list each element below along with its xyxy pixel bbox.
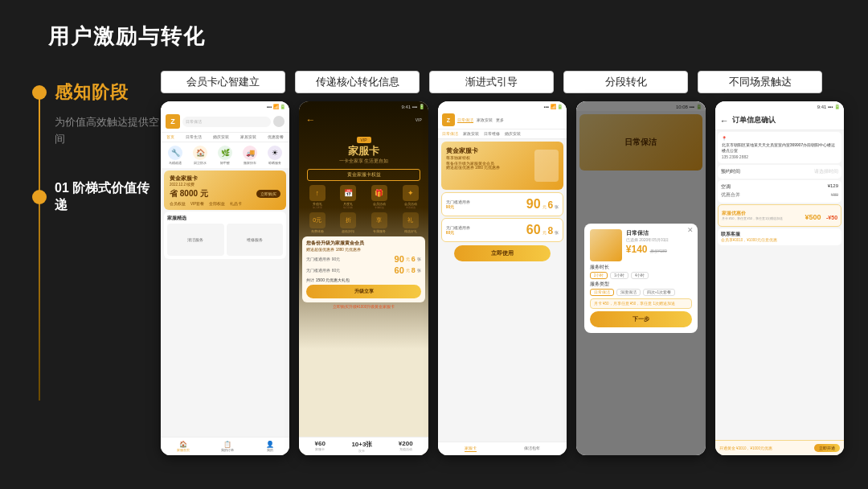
page-title-area: 用户激励与转化 (48, 23, 206, 51)
status-bar-2: 9:41 ▪▪▪ 🔋 (299, 101, 428, 111)
phone3-coupon1: 无门槛通用券 90元 90 元 6 张 (441, 192, 563, 216)
service-type-section: 服务类型 日常保洁 深度保洁 四次+1次套餐 (590, 281, 692, 296)
phone2-title-area: VIP 家服卡 一卡全家享 生活更自如 (299, 129, 428, 166)
member-desc: 月卡 ¥50，享任意¥50，享任意1次赠送加送 (722, 216, 784, 220)
phone2-price-row: ¥60家服卡 10+3张次卡 ¥200充值活动 (299, 437, 428, 455)
member-label: 家服优惠价 (722, 211, 784, 216)
left-panel: 感知阶段 为价值高效触达提供空间 01 阶梯式价值传递 (32, 80, 161, 214)
phone-4-screen: 10:08 ▪▪▪ 🔋 日常保洁 ✕ (576, 101, 705, 455)
card-buy-btn[interactable]: 立即购买 (256, 190, 280, 198)
phone2-promo: 立即购买升级¥1000升级黄金家服卡 (299, 305, 428, 309)
address-text: 北京市朝阳区某地某天天文员室室内室369907办前朝阳中心楼运楼点公室 (722, 142, 837, 154)
phone-1: ▪▪▪ 📶 🔋 Z 日常保洁 首页 日常生活 婚庆安装 家居安装 优惠 (161, 101, 289, 455)
address-section: 📍 北京市朝阳区某地某天天文员室室内室369907办前朝阳中心楼运楼点公室 13… (718, 132, 841, 163)
member-promo-section: 家服优惠价 月卡 ¥50，享任意¥50，享任意1次赠送加送 ¥500 -¥50 (718, 204, 841, 227)
phone2-upgrade-section: 您备份升级为家服黄金会员 赠送超值优惠券 1880 元优惠券 无门槛通用券 90… (302, 236, 424, 302)
stage-badge: 感知阶段 (32, 80, 161, 105)
join-label: 联系客服 (721, 232, 838, 237)
col-header-1: 会员卡心智建立 (161, 71, 285, 93)
vip-join-btn[interactable]: 立即开通 (814, 444, 840, 452)
phone2-benefits: ↑升值礼加入即享 📅月度礼每月到账 🎁会员活动专属权益 ✦会员活动丰富精选 (299, 183, 428, 211)
discount-value: ¥89 (831, 192, 838, 198)
join-section: 联系客服 会员享¥3010，¥1000元任意优惠 (718, 228, 841, 245)
status-bar-5: 9:41 ▪▪▪ 🔋 (715, 101, 844, 111)
vip-promo-text: 开通黄金 ¥3010，¥1000元优惠 (719, 446, 772, 450)
col-header-4: 分段转化 (563, 71, 688, 93)
phone-2-screen: 9:41 ▪▪▪ 🔋 ← VIP VIP 家服卡 一卡全家享 生活更自如 黄金家… (299, 101, 428, 455)
modal-service-img (590, 229, 622, 261)
phone4-modal: ✕ 日常保洁 已选择 2020年05月01日 ¥140 原价¥189 (584, 224, 698, 333)
phone3-use-btn[interactable]: 立即使用 (454, 245, 551, 261)
member-price: ¥500 (805, 213, 821, 221)
discount-label: 优惠合并 (721, 192, 740, 198)
time-section: 预约时间 请选择时间 (718, 165, 841, 179)
phone3-coupon2: 无门槛通用券 60元 60 元 8 张 (441, 218, 563, 242)
phone-2: 9:41 ▪▪▪ 🔋 ← VIP VIP 家服卡 一卡全家享 生活更自如 黄金家… (299, 101, 428, 455)
join-sub: 会员享¥3010，¥1000元任意优惠 (721, 238, 838, 242)
duration-section: 服务时长 2小时 3小时 4小时 (590, 265, 692, 279)
phone3-banner: 黄金家服卡 尊享独家特权 尊备倍升级为家服黄金会员 赠送超值优惠券 1880 元… (441, 142, 563, 190)
phone-5-screen: 9:41 ▪▪▪ 🔋 ← 订单信息确认 📍 北京市朝阳区某地某天天文员室室内室3… (715, 101, 844, 455)
page-container: 用户激励与转化 感知阶段 为价值高效触达提供空间 01 阶梯式价值传递 会员卡心… (0, 0, 868, 489)
phone1-gold-card: 黄金家服卡 2022.12.2 续费 省 8000 元 立即购买 会员权益 VI… (164, 171, 286, 210)
stage-dot (32, 85, 47, 100)
col-header-5: 不同场景触达 (698, 71, 822, 93)
col-header-2: 传递核心转化信息 (295, 71, 420, 93)
phone-3: ▪▪▪ 📶 🔋 Z 日常保洁 家政安装 更多 日常保洁 家政安装 (438, 101, 567, 455)
modal-header: 日常保洁 已选择 2020年05月01日 ¥140 原价¥189 (590, 229, 692, 261)
modal-subtitle: 已选择 2020年05月01日 (626, 237, 669, 242)
phone3-header: Z 日常保洁 家政安装 更多 (438, 111, 567, 129)
order-title: 订单信息确认 (732, 115, 776, 125)
phone-4: 10:08 ▪▪▪ 🔋 日常保洁 ✕ (576, 101, 705, 455)
modal-title: 日常保洁 (626, 229, 669, 237)
page-title: 用户激励与转化 (48, 23, 206, 51)
phone-text: 135 2399 2882 (722, 154, 837, 159)
modal-price: ¥140 (626, 244, 648, 255)
stage-subtitle: 为价值高效触达提供空间 (55, 114, 161, 148)
discount-amount: -¥50 (826, 215, 837, 220)
phone1-avatar (273, 116, 285, 127)
phone2-upgrade-btn[interactable]: 升级立享 (306, 285, 420, 298)
phone2-card-badge: 黄金家服卡权益 (307, 169, 420, 181)
modal-close-btn[interactable]: ✕ (687, 226, 694, 234)
modal-next-btn[interactable]: 下一步 (590, 311, 692, 327)
phone1-header: Z 日常保洁 (161, 111, 289, 133)
phones-row: ▪▪▪ 📶 🔋 Z 日常保洁 首页 日常生活 婚庆安装 家居安装 优惠 (161, 101, 844, 455)
icon-4: 🚚搬家快车 (239, 146, 262, 165)
phone1-logo: Z (166, 114, 180, 129)
phone3-subnav: 日常保洁 家政安装 日常维修 婚庆安装 (438, 129, 567, 139)
modal-original-price: 原价¥189 (650, 249, 667, 253)
step-title: 01 阶梯式价值传递 (55, 180, 161, 214)
icon-2: 🏠厨卫防水 (189, 146, 212, 165)
headers-row: 会员卡心智建立 传递核心转化信息 渐进式引导 分段转化 不同场景触达 (161, 71, 844, 93)
phone1-family-section: 家服精选 清洁服务 维修服务 (164, 212, 286, 259)
phone3-bottom-tabs: 家服卡 保洁包年 (438, 442, 567, 455)
phone1-nav: 首页 日常生活 婚庆安装 家居安装 优惠套餐 (161, 133, 289, 142)
service-section: 空调 ¥129 优惠合并 ¥89 (718, 180, 841, 203)
phone2-back[interactable]: ← (305, 114, 315, 125)
order-back-btn[interactable]: ← (720, 116, 729, 125)
time-value: 请选择时间 (814, 168, 838, 175)
vip-promo-bar: 月卡 ¥50，月享任意 ¥50，享任意 1次赠送加送 (590, 298, 692, 309)
icon-5: ☀晾晒服务 (264, 146, 287, 165)
step-badge: 01 阶梯式价值传递 (32, 180, 161, 214)
phone1-icons-grid: 🔧马桶疏通 🏠厨卫防水 🌿除甲醛 🚚搬家快车 ☀晾晒服务 (161, 142, 289, 168)
service-price: ¥129 (828, 183, 838, 191)
phone1-search[interactable]: 日常保洁 (182, 117, 271, 127)
status-bar-1: ▪▪▪ 📶 🔋 (161, 101, 289, 111)
phone-3-screen: ▪▪▪ 📶 🔋 Z 日常保洁 家政安装 更多 日常保洁 家政安装 (438, 101, 567, 455)
icon-1: 🔧马桶疏通 (164, 146, 187, 165)
phone2-benefits2: 0元免费体验 折超低折扣 享专属服务 礼精选好礼 (299, 211, 428, 235)
phone-5: 9:41 ▪▪▪ 🔋 ← 订单信息确认 📍 北京市朝阳区某地某天天文员室室内室3… (715, 101, 844, 455)
phone1-bottom-nav: 🏠家服首页 📋我的订单 👤我的 (161, 437, 289, 455)
stage-title: 感知阶段 (55, 80, 129, 105)
phone2-header: ← VIP (299, 111, 428, 129)
step-dot (32, 190, 47, 204)
icon-3: 🌿除甲醛 (214, 146, 237, 165)
time-label: 预约时间 (721, 168, 740, 175)
vip-promo-bottom: 开通黄金 ¥3010，¥1000元优惠 立即开通 (715, 440, 844, 455)
phone-1-screen: ▪▪▪ 📶 🔋 Z 日常保洁 首页 日常生活 婚庆安装 家居安装 优惠 (161, 101, 289, 455)
phone4-modal-overlay: ✕ 日常保洁 已选择 2020年05月01日 ¥140 原价¥189 (576, 101, 705, 455)
status-bar-3: ▪▪▪ 📶 🔋 (438, 101, 567, 111)
service-label: 空调 (721, 183, 731, 191)
